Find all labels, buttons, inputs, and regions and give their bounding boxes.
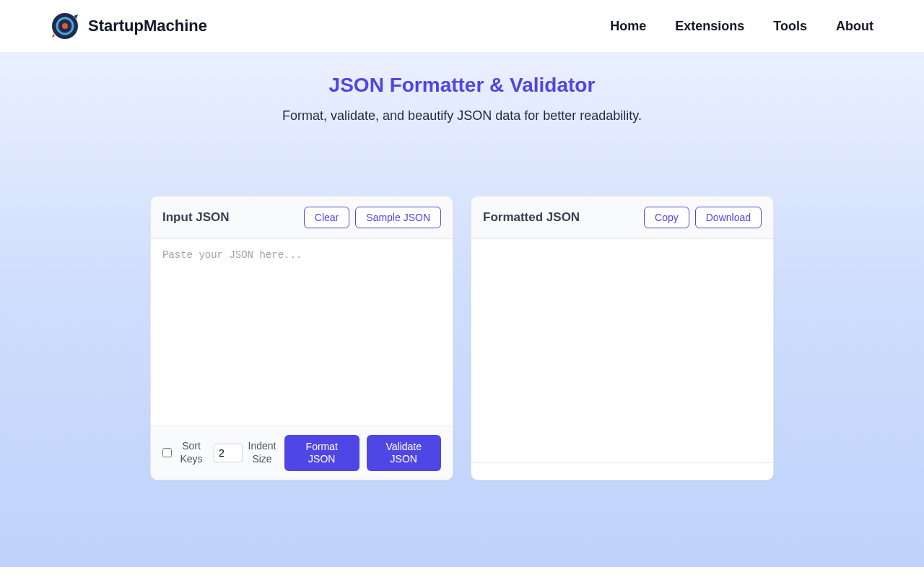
- indent-size-input[interactable]: [214, 444, 243, 462]
- sort-keys-checkbox[interactable]: [162, 448, 172, 457]
- hero-section: JSON Formatter & Validator Format, valid…: [0, 52, 924, 567]
- svg-marker-4: [52, 33, 55, 38]
- input-panel-title: Input JSON: [162, 210, 230, 225]
- indent-size-label: Indent Size: [247, 440, 277, 465]
- indent-option: Indent Size: [214, 440, 277, 465]
- sort-keys-label: Sort Keys: [176, 440, 206, 465]
- input-panel-actions: Clear Sample JSON: [304, 207, 441, 228]
- input-panel-header: Input JSON Clear Sample JSON: [151, 197, 453, 239]
- copy-button[interactable]: Copy: [644, 207, 689, 228]
- brand[interactable]: StartupMachine: [51, 12, 207, 40]
- page-subtitle: Format, validate, and beautify JSON data…: [0, 108, 924, 124]
- input-panel-footer: Sort Keys Indent Size Format JSON Valida…: [151, 426, 453, 480]
- tool-container: Input JSON Clear Sample JSON Sort Keys I…: [0, 196, 924, 480]
- json-input[interactable]: [162, 249, 441, 415]
- nav-tools[interactable]: Tools: [773, 19, 807, 34]
- logo-icon: [51, 12, 79, 40]
- format-json-button[interactable]: Format JSON: [284, 435, 359, 471]
- nav-extensions[interactable]: Extensions: [675, 19, 744, 34]
- download-button[interactable]: Download: [695, 207, 762, 228]
- sort-keys-option: Sort Keys: [162, 440, 206, 465]
- page-title: JSON Formatter & Validator: [0, 74, 924, 97]
- input-panel: Input JSON Clear Sample JSON Sort Keys I…: [150, 196, 453, 480]
- input-panel-body: [151, 239, 453, 426]
- sample-json-button[interactable]: Sample JSON: [355, 207, 441, 228]
- site-header: StartupMachine Home Extensions Tools Abo…: [0, 0, 924, 52]
- nav-about[interactable]: About: [836, 19, 873, 34]
- nav-home[interactable]: Home: [610, 19, 646, 34]
- output-panel: Formatted JSON Copy Download: [471, 196, 774, 480]
- brand-name: StartupMachine: [88, 17, 207, 35]
- svg-point-2: [62, 23, 68, 29]
- main-nav: Home Extensions Tools About: [610, 19, 873, 34]
- output-panel-actions: Copy Download: [644, 207, 762, 228]
- output-panel-title: Formatted JSON: [483, 210, 580, 225]
- output-panel-body: [471, 239, 773, 462]
- output-panel-footer: [471, 462, 773, 480]
- clear-button[interactable]: Clear: [304, 207, 349, 228]
- output-panel-header: Formatted JSON Copy Download: [471, 197, 773, 239]
- about-section: About This Tool: [0, 567, 924, 578]
- validate-json-button[interactable]: Validate JSON: [367, 435, 442, 471]
